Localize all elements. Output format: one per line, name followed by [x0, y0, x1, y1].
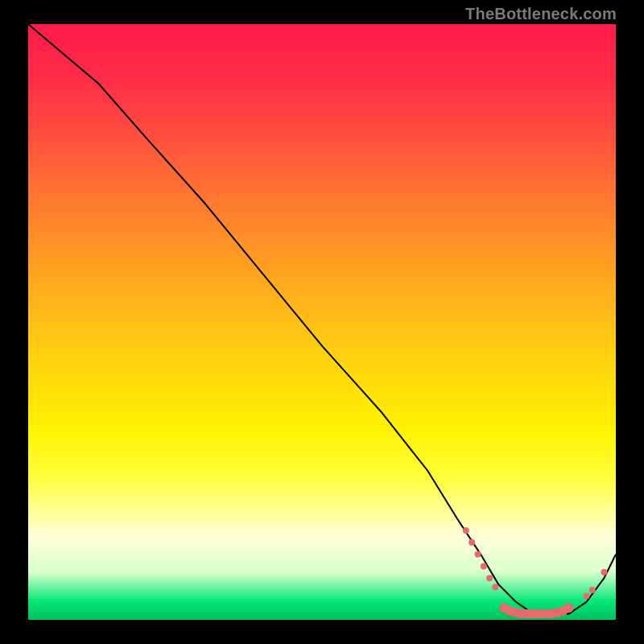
highlight-point [564, 603, 574, 613]
watermark-text: TheBottleneck.com [465, 5, 617, 23]
chart-stage: TheBottleneck.com [0, 0, 644, 644]
plot-area [28, 24, 616, 620]
highlight-point [486, 575, 493, 581]
highlight-point [492, 584, 498, 590]
highlight-point [584, 592, 590, 599]
highlight-point [481, 563, 487, 569]
bottleneck-curve-path [28, 24, 616, 614]
highlight-point [475, 551, 481, 558]
highlight-point [601, 569, 607, 576]
highlight-points-group [463, 527, 608, 619]
highlight-point [469, 539, 475, 546]
curve-layer [28, 24, 616, 620]
highlight-point [463, 527, 469, 534]
highlight-point [589, 587, 596, 593]
